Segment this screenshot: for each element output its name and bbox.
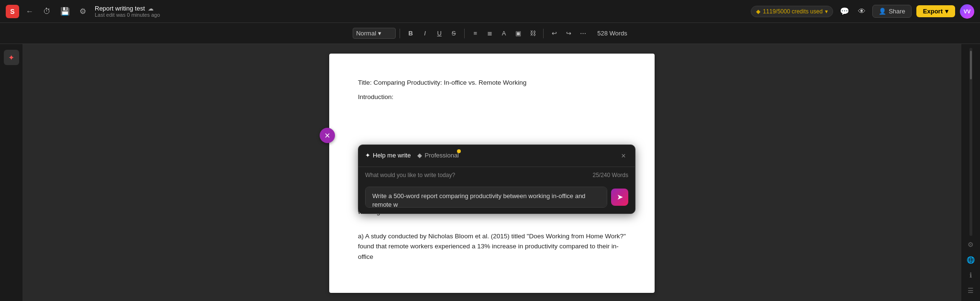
top-bar-left: S ← ⏱ 💾 ⚙ Report writing test ☁ Last edi…: [6, 5, 747, 18]
text-color-button[interactable]: A: [497, 27, 511, 40]
toolbar-sep-2: [464, 29, 465, 38]
send-icon: ➤: [617, 191, 623, 203]
ai-panel-header: ✦ Help me write ◆ Professional: [358, 145, 635, 167]
doc-intro-label: Introduction:: [358, 92, 626, 102]
underline-button[interactable]: U: [433, 27, 446, 40]
pro-dot: [457, 149, 461, 153]
formatting-group: B I U S: [404, 27, 460, 40]
save-button[interactable]: 💾: [57, 5, 73, 18]
add-block-button[interactable]: ×: [320, 128, 335, 143]
doc-subtitle: Last edit was 0 minutes ago: [95, 12, 160, 18]
right-sidebar-icon-4[interactable]: ☰: [964, 284, 978, 297]
undo-button[interactable]: ↩: [547, 27, 561, 40]
export-label: Export: [923, 8, 943, 15]
toolbar: Normal ▾ B I U S ≡ ≣ A ▣ ⛓ ↩ ↪ ⋯ 528 Wor…: [0, 23, 980, 44]
prompt-placeholder: What would you like to write today?: [365, 171, 455, 180]
toolbar-sep-3: [543, 29, 544, 38]
right-sidebar-icon-1[interactable]: ⚙: [964, 238, 978, 251]
main-area: ✦ × Title: Comparing Productivity: In-of…: [0, 44, 980, 301]
settings-button[interactable]: ⚙: [77, 5, 89, 18]
scrollbar-track[interactable]: [969, 48, 972, 236]
doc-info: Report writing test ☁ Last edit was 0 mi…: [95, 5, 160, 18]
style-select[interactable]: Normal ▾: [353, 28, 396, 39]
ai-panel-tabs: ✦ Help me write ◆ Professional: [365, 150, 459, 162]
top-bar-right: ◆ 1119/5000 credits used ▾ 💬 👁 👤 Share E…: [751, 4, 974, 19]
bold-button[interactable]: B: [404, 27, 417, 40]
export-button[interactable]: Export ▾: [916, 5, 955, 17]
back-button[interactable]: ←: [23, 5, 36, 18]
pro-badge: Professional: [424, 151, 459, 161]
credits-text: 1119/5000 credits used: [763, 8, 823, 15]
ai-panel-close-button[interactable]: ×: [619, 151, 628, 160]
ai-tab-professional[interactable]: ◆ Professional: [417, 150, 459, 162]
scrollbar-thumb[interactable]: [970, 51, 972, 79]
image-button[interactable]: ▣: [512, 27, 525, 40]
style-group: Normal ▾: [353, 28, 396, 39]
doc-title-text: Report writing test: [95, 5, 145, 12]
list-group: ≡ ≣ A ▣ ⛓: [468, 27, 539, 40]
history-button[interactable]: ⏱: [40, 5, 54, 18]
redo-button[interactable]: ↪: [562, 27, 575, 40]
credits-badge[interactable]: ◆ 1119/5000 credits used ▾: [751, 6, 833, 17]
document-page: × Title: Comparing Productivity: In-offi…: [329, 54, 655, 293]
ai-sidebar-icon[interactable]: ✦: [4, 50, 19, 65]
page-content: Title: Comparing Productivity: In-office…: [358, 78, 626, 262]
top-bar: S ← ⏱ 💾 ⚙ Report writing test ☁ Last edi…: [0, 0, 980, 23]
ai-panel: ✦ Help me write ◆ Professional: [358, 145, 635, 214]
ai-panel-input-row: Write a 500-word report comparing produc…: [358, 184, 635, 213]
users-icon: 👤: [879, 8, 886, 15]
para2: a) A study conducted by Nicholas Bloom e…: [358, 231, 626, 262]
ai-submit-button[interactable]: ➤: [611, 189, 628, 206]
export-chevron-icon: ▾: [945, 8, 948, 15]
chat-icon[interactable]: 💬: [838, 5, 851, 18]
share-button[interactable]: 👤 Share: [872, 5, 912, 18]
toolbar-sep-1: [400, 29, 400, 38]
right-sidebar-icon-3[interactable]: ℹ: [964, 268, 978, 282]
wand-icon: ✦: [365, 151, 370, 161]
more-button[interactable]: ⋯: [576, 27, 590, 40]
word-counter: 25/240 Words: [593, 171, 629, 180]
style-chevron-icon: ▾: [378, 30, 381, 37]
doc-title-line: Title: Comparing Productivity: In-office…: [358, 78, 626, 88]
ai-prompt-input[interactable]: Write a 500-word report comparing produc…: [365, 187, 607, 208]
align-button[interactable]: ≣: [483, 27, 496, 40]
bullet-list-button[interactable]: ≡: [468, 27, 482, 40]
style-select-value: Normal: [356, 30, 376, 37]
app-logo[interactable]: S: [6, 5, 19, 18]
right-sidebar: ⚙ 🌐 ℹ ☰: [961, 44, 980, 301]
diamond-icon: ◆: [756, 8, 760, 15]
eye-icon[interactable]: 👁: [856, 5, 868, 18]
history-group: ↩ ↪ ⋯: [547, 27, 590, 40]
cloud-icon: ☁: [148, 5, 154, 12]
link-button[interactable]: ⛓: [526, 27, 539, 40]
ai-tab-write[interactable]: ✦ Help me write: [365, 150, 411, 162]
diamond-tab-icon: ◆: [417, 151, 422, 161]
right-sidebar-icon-2[interactable]: 🌐: [964, 253, 978, 267]
doc-area: × Title: Comparing Productivity: In-offi…: [23, 44, 961, 301]
chevron-down-icon: ▾: [825, 8, 828, 15]
italic-button[interactable]: I: [418, 27, 432, 40]
user-avatar[interactable]: VV: [960, 4, 974, 19]
share-label: Share: [889, 8, 905, 15]
ai-panel-meta: What would you like to write today? 25/2…: [358, 167, 635, 184]
left-sidebar: ✦: [0, 44, 23, 301]
ai-tab-write-label: Help me write: [373, 151, 411, 161]
word-count: 528 Words: [597, 30, 627, 37]
ai-tab-professional-label: Professional: [424, 152, 459, 159]
strikethrough-button[interactable]: S: [447, 27, 460, 40]
doc-title-row: Report writing test ☁: [95, 5, 160, 12]
